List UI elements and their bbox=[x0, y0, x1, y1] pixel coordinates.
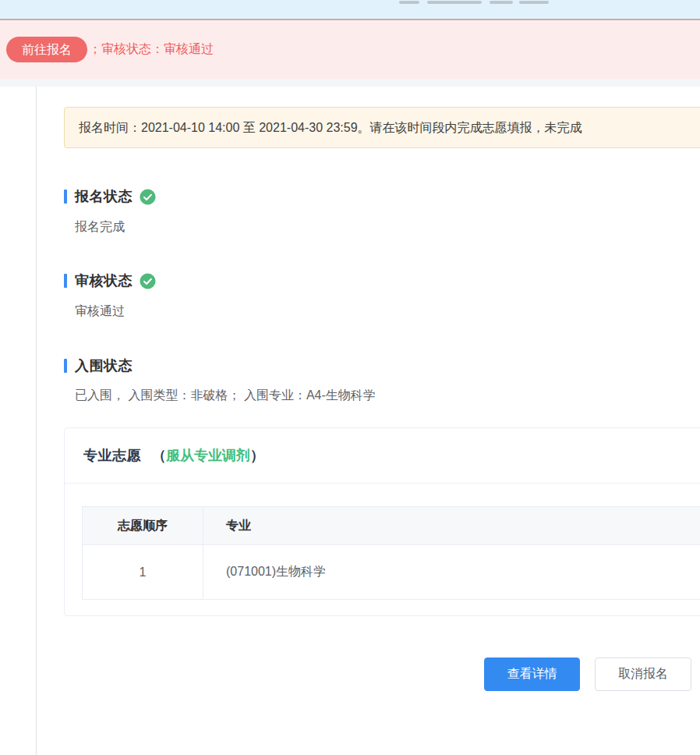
top-bar bbox=[0, 0, 700, 19]
card-subtitle: （服从专业调剂） bbox=[152, 446, 264, 465]
preference-table: 志愿顺序 专业 1 (071001)生物科学 bbox=[82, 506, 700, 600]
shortlist-status-value: 已入围， 入围类型：非破格； 入围专业：A4-生物科学 bbox=[75, 388, 376, 404]
status-alert-bar: 前往报名 ；审核状态：审核通过 bbox=[0, 19, 700, 79]
cell-major: (071001)生物科学 bbox=[203, 545, 700, 600]
clipped-page-title-fragment bbox=[490, 1, 513, 4]
section-title: 审核状态 bbox=[75, 271, 133, 290]
section-heading-registration-status: 报名状态 bbox=[64, 186, 156, 207]
page: 前往报名 ；审核状态：审核通过 报名时间：2021-04-10 14:00 至 … bbox=[0, 0, 700, 755]
review-status-value: 审核通过 bbox=[75, 303, 125, 320]
alert-status-text: ；审核状态：审核通过 bbox=[89, 41, 214, 58]
column-header-order: 志愿顺序 bbox=[83, 507, 203, 545]
card-title: 专业志愿 bbox=[83, 446, 141, 465]
section-accent-bar bbox=[64, 359, 67, 373]
clipped-page-title-fragment bbox=[427, 1, 482, 4]
clipped-page-title-fragment bbox=[399, 1, 419, 4]
subtitle-adjustment-text: 服从专业调剂 bbox=[166, 448, 250, 463]
go-register-button[interactable]: 前往报名 bbox=[6, 37, 87, 62]
subtitle-paren-close: ） bbox=[250, 448, 264, 463]
section-heading-shortlist-status: 入围状态 bbox=[64, 356, 133, 376]
section-accent-bar bbox=[64, 190, 67, 204]
sidebar-divider bbox=[36, 87, 37, 755]
column-header-major: 专业 bbox=[203, 507, 700, 545]
major-preference-card: 专业志愿 （服从专业调剂） 志愿顺序 专业 1 (071001)生物科学 bbox=[64, 427, 700, 616]
registration-status-value: 报名完成 bbox=[75, 219, 125, 236]
check-circle-icon bbox=[140, 189, 156, 205]
subtitle-paren-open: （ bbox=[152, 448, 166, 463]
view-details-button[interactable]: 查看详情 bbox=[484, 658, 580, 691]
section-title: 报名状态 bbox=[75, 187, 133, 206]
section-accent-bar bbox=[64, 274, 67, 288]
action-buttons: 查看详情 取消报名 bbox=[484, 658, 691, 691]
section-title: 入围状态 bbox=[75, 356, 133, 375]
clipped-page-title-fragment bbox=[519, 1, 549, 4]
section-heading-review-status: 审核状态 bbox=[64, 271, 156, 291]
cell-order: 1 bbox=[83, 545, 203, 600]
check-circle-icon bbox=[140, 273, 156, 289]
registration-time-notice: 报名时间：2021-04-10 14:00 至 2021-04-30 23:59… bbox=[64, 107, 700, 148]
cancel-registration-button[interactable]: 取消报名 bbox=[595, 658, 691, 691]
table-row: 1 (071001)生物科学 bbox=[83, 545, 700, 600]
table-header-row: 志愿顺序 专业 bbox=[83, 507, 700, 545]
content-panel: 报名时间：2021-04-10 14:00 至 2021-04-30 23:59… bbox=[0, 87, 700, 755]
card-header: 专业志愿 （服从专业调剂） bbox=[65, 428, 700, 484]
